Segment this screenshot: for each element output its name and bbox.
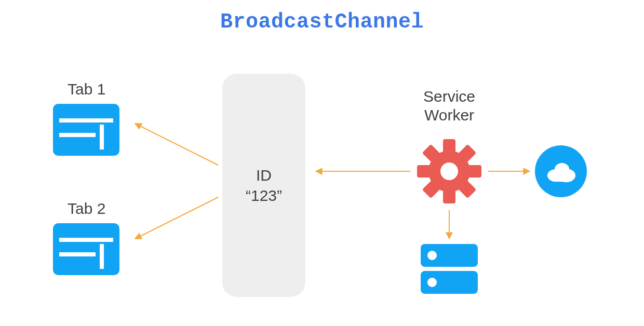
svg-rect-2 bbox=[59, 133, 96, 137]
sw-label-line2: Worker bbox=[424, 106, 474, 124]
svg-rect-3 bbox=[100, 125, 104, 150]
channel-id-label: ID “123” bbox=[222, 165, 305, 206]
arrow-channel-to-tab2 bbox=[135, 197, 218, 239]
svg-rect-5 bbox=[59, 238, 113, 242]
tab2-label: Tab 2 bbox=[68, 200, 105, 218]
service-worker-label: Service Worker bbox=[397, 87, 501, 125]
channel-id-line2: “123” bbox=[246, 187, 282, 204]
cloud-icon bbox=[535, 145, 587, 197]
sw-label-line1: Service bbox=[423, 88, 475, 105]
server-icon bbox=[421, 244, 478, 296]
svg-point-19 bbox=[427, 251, 437, 260]
svg-point-17 bbox=[440, 162, 458, 180]
diagram-stage: BroadcastChannel ID “123” Tab 1 bbox=[0, 0, 644, 326]
svg-rect-0 bbox=[53, 104, 119, 156]
gear-icon bbox=[415, 138, 483, 205]
broadcast-channel-node: ID “123” bbox=[222, 74, 305, 297]
browser-tab-icon bbox=[53, 223, 119, 275]
browser-tab-icon bbox=[53, 104, 119, 156]
tab1-label: Tab 1 bbox=[68, 80, 105, 98]
svg-point-21 bbox=[427, 278, 437, 287]
svg-rect-26 bbox=[551, 173, 573, 182]
arrow-channel-to-tab1 bbox=[135, 124, 218, 165]
svg-rect-1 bbox=[59, 118, 113, 123]
channel-id-line1: ID bbox=[256, 167, 272, 184]
svg-rect-4 bbox=[53, 223, 119, 275]
svg-rect-7 bbox=[100, 244, 104, 269]
svg-rect-6 bbox=[59, 252, 96, 256]
